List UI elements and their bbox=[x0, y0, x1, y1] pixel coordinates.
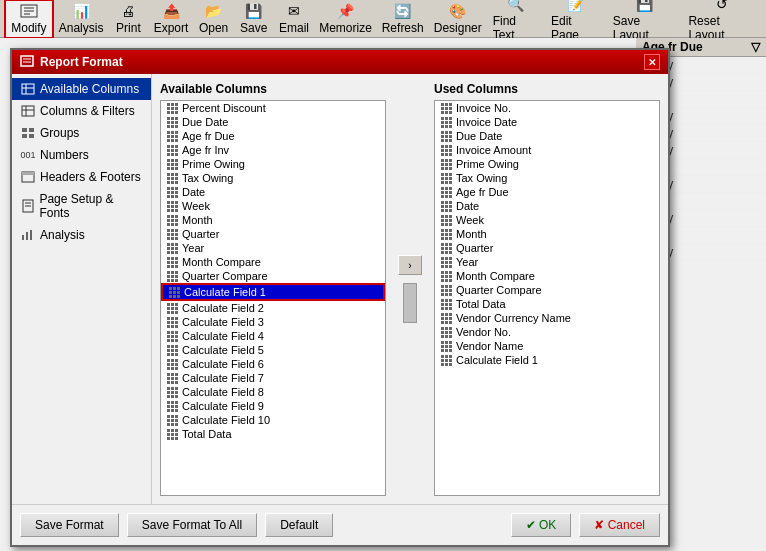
column-icon bbox=[165, 158, 179, 170]
available-columns-list[interactable]: Percent DiscountDue DateAge fr DueAge fr… bbox=[160, 100, 386, 496]
transfer-right-button[interactable]: › bbox=[398, 255, 422, 275]
svg-rect-7 bbox=[22, 84, 34, 94]
email-icon: ✉ bbox=[284, 3, 304, 19]
print-button[interactable]: 🖨 Print bbox=[108, 1, 148, 37]
used-columns-list[interactable]: Invoice No.Invoice DateDue DateInvoice A… bbox=[434, 100, 660, 496]
used-column-item[interactable]: Due Date bbox=[435, 129, 659, 143]
used-column-item[interactable]: Invoice No. bbox=[435, 101, 659, 115]
modify-button[interactable]: Modify bbox=[4, 0, 54, 39]
sidebar-label-page-setup: Page Setup & Fonts bbox=[39, 192, 143, 220]
dialog-close-button[interactable]: ✕ bbox=[644, 54, 660, 70]
used-column-item[interactable]: Vendor Name bbox=[435, 339, 659, 353]
analysis-button[interactable]: 📊 Analysis bbox=[54, 1, 109, 37]
default-button[interactable]: Default bbox=[265, 513, 333, 537]
sidebar-item-headers-footers[interactable]: Headers & Footers bbox=[12, 166, 151, 188]
used-column-item[interactable]: Invoice Date bbox=[435, 115, 659, 129]
available-column-item[interactable]: Month Compare bbox=[161, 255, 385, 269]
refresh-button[interactable]: 🔄 Refresh bbox=[377, 1, 429, 37]
used-column-item[interactable]: Invoice Amount bbox=[435, 143, 659, 157]
sidebar-item-columns-filters[interactable]: Columns & Filters bbox=[12, 100, 151, 122]
available-column-item[interactable]: Tax Owing bbox=[161, 171, 385, 185]
column-icon bbox=[165, 386, 179, 398]
sidebar-item-page-setup[interactable]: Page Setup & Fonts bbox=[12, 188, 151, 224]
print-label: Print bbox=[116, 21, 141, 35]
available-column-item[interactable]: Calculate Field 5 bbox=[161, 343, 385, 357]
edit-page-button[interactable]: 📝 Edit Page bbox=[545, 0, 607, 44]
available-column-item[interactable]: Quarter bbox=[161, 227, 385, 241]
used-column-item[interactable]: Vendor Currency Name bbox=[435, 311, 659, 325]
available-column-item[interactable]: Calculate Field 8 bbox=[161, 385, 385, 399]
used-column-item[interactable]: Month bbox=[435, 227, 659, 241]
used-column-item[interactable]: Date bbox=[435, 199, 659, 213]
available-column-item[interactable]: Due Date bbox=[161, 115, 385, 129]
save-format-button[interactable]: Save Format bbox=[20, 513, 119, 537]
available-column-item[interactable]: Total Data bbox=[161, 427, 385, 441]
modify-icon bbox=[19, 3, 39, 19]
available-column-item[interactable]: Calculate Field 3 bbox=[161, 315, 385, 329]
cancel-button[interactable]: ✘ Cancel bbox=[579, 513, 660, 537]
available-column-item[interactable]: Calculate Field 2 bbox=[161, 301, 385, 315]
sidebar-item-groups[interactable]: Groups bbox=[12, 122, 151, 144]
available-column-item[interactable]: Quarter Compare bbox=[161, 269, 385, 283]
available-column-item[interactable]: Prime Owing bbox=[161, 157, 385, 171]
svg-rect-4 bbox=[21, 56, 33, 66]
header-icon bbox=[20, 170, 36, 184]
used-column-item[interactable]: Vendor No. bbox=[435, 325, 659, 339]
used-column-item[interactable]: Tax Owing bbox=[435, 171, 659, 185]
save-button[interactable]: 💾 Save bbox=[234, 1, 274, 37]
column-icon bbox=[165, 428, 179, 440]
column-icon bbox=[165, 116, 179, 128]
available-column-item[interactable]: Age fr Due bbox=[161, 129, 385, 143]
available-column-item[interactable]: Calculate Field 6 bbox=[161, 357, 385, 371]
sidebar-label-analysis: Analysis bbox=[40, 228, 85, 242]
sidebar-item-numbers[interactable]: 001 Numbers bbox=[12, 144, 151, 166]
used-column-item[interactable]: Month Compare bbox=[435, 269, 659, 283]
sidebar-item-available-columns[interactable]: Available Columns bbox=[12, 78, 151, 100]
used-column-item[interactable]: Quarter Compare bbox=[435, 283, 659, 297]
save-layout-button[interactable]: 💾 Save Layout bbox=[607, 0, 683, 44]
page-icon bbox=[20, 199, 35, 213]
column-icon bbox=[165, 302, 179, 314]
designer-button[interactable]: 🎨 Designer bbox=[429, 1, 487, 37]
available-column-item[interactable]: Calculate Field 9 bbox=[161, 399, 385, 413]
available-column-item[interactable]: Week bbox=[161, 199, 385, 213]
email-label: Email bbox=[279, 21, 309, 35]
used-column-item[interactable]: Prime Owing bbox=[435, 157, 659, 171]
svg-rect-24 bbox=[30, 230, 32, 240]
ok-button[interactable]: ✔ OK bbox=[511, 513, 572, 537]
find-text-button[interactable]: 🔍 Find Text bbox=[487, 0, 545, 44]
export-button[interactable]: 📤 Export bbox=[148, 1, 193, 37]
numbers-icon: 001 bbox=[20, 148, 36, 162]
available-column-item[interactable]: Date bbox=[161, 185, 385, 199]
open-button[interactable]: 📂 Open bbox=[194, 1, 234, 37]
used-column-item[interactable]: Quarter bbox=[435, 241, 659, 255]
used-column-item[interactable]: Year bbox=[435, 255, 659, 269]
sidebar-item-analysis[interactable]: Analysis bbox=[12, 224, 151, 246]
designer-icon: 🎨 bbox=[448, 3, 468, 19]
used-column-item[interactable]: Calculate Field 1 bbox=[435, 353, 659, 367]
column-icon bbox=[165, 270, 179, 282]
available-column-item[interactable]: Year bbox=[161, 241, 385, 255]
footer-right: ✔ OK ✘ Cancel bbox=[511, 513, 660, 537]
used-column-item[interactable]: Week bbox=[435, 213, 659, 227]
available-column-item[interactable]: Percent Discount bbox=[161, 101, 385, 115]
columns-area: Available Columns Percent DiscountDue Da… bbox=[160, 82, 660, 496]
available-column-item[interactable]: Calculate Field 7 bbox=[161, 371, 385, 385]
reset-layout-button[interactable]: ↺ Reset Layout bbox=[682, 0, 762, 44]
used-column-item[interactable]: Total Data bbox=[435, 297, 659, 311]
available-column-item[interactable]: Calculate Field 10 bbox=[161, 413, 385, 427]
available-column-item[interactable]: Calculate Field 1 bbox=[161, 283, 385, 301]
column-icon bbox=[165, 316, 179, 328]
memorize-button[interactable]: 📌 Memorize bbox=[314, 1, 376, 37]
available-column-item[interactable]: Age fr Inv bbox=[161, 143, 385, 157]
open-label: Open bbox=[199, 21, 228, 35]
used-column-item[interactable]: Age fr Due bbox=[435, 185, 659, 199]
available-column-item[interactable]: Month bbox=[161, 213, 385, 227]
save-format-all-button[interactable]: Save Format To All bbox=[127, 513, 258, 537]
email-button[interactable]: ✉ Email bbox=[274, 1, 315, 37]
column-icon bbox=[439, 214, 453, 226]
svg-rect-13 bbox=[22, 128, 27, 132]
scroll-thumb bbox=[403, 283, 417, 323]
available-column-item[interactable]: Calculate Field 4 bbox=[161, 329, 385, 343]
sidebar-label-numbers: Numbers bbox=[40, 148, 89, 162]
